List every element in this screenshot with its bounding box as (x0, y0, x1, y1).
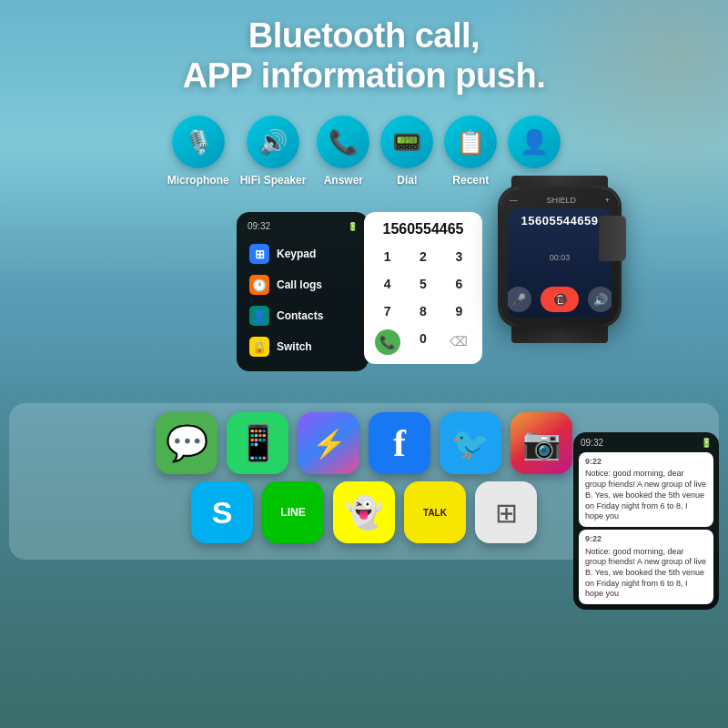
dialer-key-9[interactable]: 9 (443, 299, 475, 323)
smartwatch: — SHIELD + 15605544659 00:03 🎤 📵 🔊 (500, 176, 619, 343)
dialer-key-6[interactable]: 6 (443, 272, 475, 296)
switch-label: Switch (277, 340, 312, 353)
notif-text-2: Notice: good morning, dear group friends… (585, 547, 707, 600)
watch-speaker-button[interactable]: 🔊 (588, 287, 612, 312)
app-skype[interactable]: S (191, 481, 253, 543)
dialer-panel: 1560554465 1 2 3 4 5 6 7 8 9 📞 0 ⌫ (364, 212, 482, 364)
answer-icon-circle: 📞 (317, 116, 369, 168)
answer-label: Answer (324, 174, 363, 187)
feature-recent: 📋 Recent (444, 116, 497, 187)
dialer-key-5[interactable]: 5 (407, 272, 439, 296)
calllogs-label: Call logs (277, 278, 322, 291)
watch-strap-top (511, 176, 608, 188)
dial-label: Dial (397, 174, 417, 187)
keypad-label: Keypad (277, 248, 316, 260)
features-row: 🎙️ Microphone 🔊 HiFi Speaker 📞 Answer 📟 … (0, 105, 728, 194)
recent-icon-circle: 📋 (444, 116, 497, 168)
snapchat-icon: 👻 (345, 494, 383, 531)
menu-item-keypad[interactable]: ⊞ Keypad (246, 238, 359, 269)
feature-microphone: 🎙️ Microphone (167, 116, 229, 187)
notif-time-2: 9:22 (585, 534, 707, 545)
phone-time: 09:32 (248, 221, 270, 231)
menu-item-switch[interactable]: 🔒 Switch (246, 331, 359, 362)
notification-message-1: 9:22 Notice: good morning, dear group fr… (579, 452, 713, 527)
app-grid[interactable]: ⊞ (475, 481, 537, 543)
watch-end-call-button[interactable]: 📵 (541, 287, 579, 312)
app-instagram[interactable]: 📷 (511, 412, 572, 474)
dialer-key-0[interactable]: 0 (407, 327, 439, 355)
title-line1: Bluetooth call, (18, 16, 710, 56)
contacts-menu-label: Contacts (277, 309, 323, 322)
app-kakaotalk[interactable]: TALK (404, 481, 466, 543)
notif-time: 09:32 (581, 438, 603, 448)
microphone-label: Microphone (167, 174, 229, 187)
dialer-delete-button[interactable]: ⌫ (443, 327, 475, 355)
hifi-speaker-label: HiFi Speaker (240, 174, 307, 187)
menu-item-contacts[interactable]: 👤 Contacts (246, 300, 359, 331)
phone-menu-panel: 09:32 🔋 ⊞ Keypad 🕐 Call logs 👤 Contacts … (237, 212, 369, 371)
recent-label: Recent (452, 174, 489, 187)
dialer-grid: 1 2 3 4 5 6 7 8 9 📞 0 ⌫ (371, 245, 475, 355)
watch-screen-content: 15605544659 00:03 🎤 📵 🔊 (508, 208, 612, 318)
watch-plus-btn[interactable]: + (605, 196, 610, 205)
app-twitter[interactable]: 🐦 (440, 412, 501, 474)
app-messages[interactable]: 💬 (156, 412, 217, 474)
watch-call-buttons: 🎤 📵 🔊 (508, 287, 612, 312)
dial-icon-circle: 📟 (380, 116, 433, 168)
watch-label: SHIELD (547, 196, 577, 205)
watch-minus-btn[interactable]: — (510, 196, 518, 205)
skype-icon: S (212, 495, 233, 531)
header-title: Bluetooth call, APP information push. (0, 0, 728, 105)
notif-status-bar: 09:32 🔋 (573, 432, 719, 450)
watch-call-number: 15605544659 (521, 214, 598, 228)
keypad-icon: ⊞ (249, 244, 269, 264)
dialer-key-8[interactable]: 8 (407, 299, 439, 323)
twitter-icon: 🐦 (451, 425, 490, 461)
main-section: 09:32 🔋 ⊞ Keypad 🕐 Call logs 👤 Contacts … (0, 194, 728, 403)
notification-message-2: 9:22 Notice: good morning, dear group fr… (579, 530, 713, 604)
app-line[interactable]: LINE (262, 481, 324, 543)
watch-call-duration: 00:03 (550, 253, 571, 262)
contacts-icon-circle: 👤 (508, 116, 561, 168)
messages-icon: 💬 (166, 423, 208, 463)
app-snapchat[interactable]: 👻 (333, 481, 395, 543)
whatsapp-icon: 📱 (237, 423, 279, 463)
notif-text-1: Notice: good morning, dear group friends… (585, 469, 707, 521)
watch-side-button[interactable] (599, 216, 626, 261)
line-icon: LINE (280, 506, 305, 519)
phone-status-bar: 09:32 🔋 (246, 221, 359, 231)
dialer-key-2[interactable]: 2 (407, 245, 439, 268)
menu-item-calllogs[interactable]: 🕐 Call logs (246, 269, 359, 300)
watch-body: — SHIELD + 15605544659 00:03 🎤 📵 🔊 (500, 188, 619, 325)
notif-time-1: 9:22 (585, 457, 707, 468)
watch-mute-button[interactable]: 🎤 (508, 287, 531, 312)
watch-top-bar: — SHIELD + (508, 196, 612, 205)
dialer-key-3[interactable]: 3 (443, 245, 475, 268)
hifi-speaker-icon-circle: 🔊 (247, 116, 299, 168)
feature-answer: 📞 Answer (317, 116, 369, 187)
feature-hifi-speaker: 🔊 HiFi Speaker (240, 116, 307, 187)
dialer-key-4[interactable]: 4 (371, 272, 403, 296)
main-content: Bluetooth call, APP information push. 🎙️… (0, 0, 728, 728)
title-line2: APP information push. (18, 56, 710, 96)
notification-panel: 09:32 🔋 9:22 Notice: good morning, dear … (573, 432, 719, 610)
app-whatsapp[interactable]: 📱 (227, 412, 288, 474)
app-facebook[interactable]: f (369, 412, 430, 474)
watch-strap-bottom (511, 325, 608, 343)
watch-screen: 15605544659 00:03 🎤 📵 🔊 (508, 208, 612, 318)
grid-icon: ⊞ (495, 497, 518, 529)
battery-indicator: 🔋 (348, 222, 358, 231)
app-messenger[interactable]: ⚡ (298, 412, 359, 474)
dialer-key-1[interactable]: 1 (371, 245, 403, 268)
kakaotalk-icon: TALK (423, 508, 447, 518)
feature-dial: 📟 Dial (380, 116, 433, 187)
battery-icon: 🔋 (348, 222, 358, 231)
notif-battery: 🔋 (701, 438, 712, 448)
microphone-icon-circle: 🎙️ (172, 116, 225, 168)
facebook-icon: f (393, 421, 406, 465)
dialer-call-button[interactable]: 📞 (375, 329, 400, 355)
calllogs-icon: 🕐 (249, 275, 269, 295)
dialer-key-7[interactable]: 7 (371, 299, 403, 323)
contacts-menu-icon: 👤 (249, 306, 269, 326)
instagram-icon: 📷 (522, 425, 561, 461)
